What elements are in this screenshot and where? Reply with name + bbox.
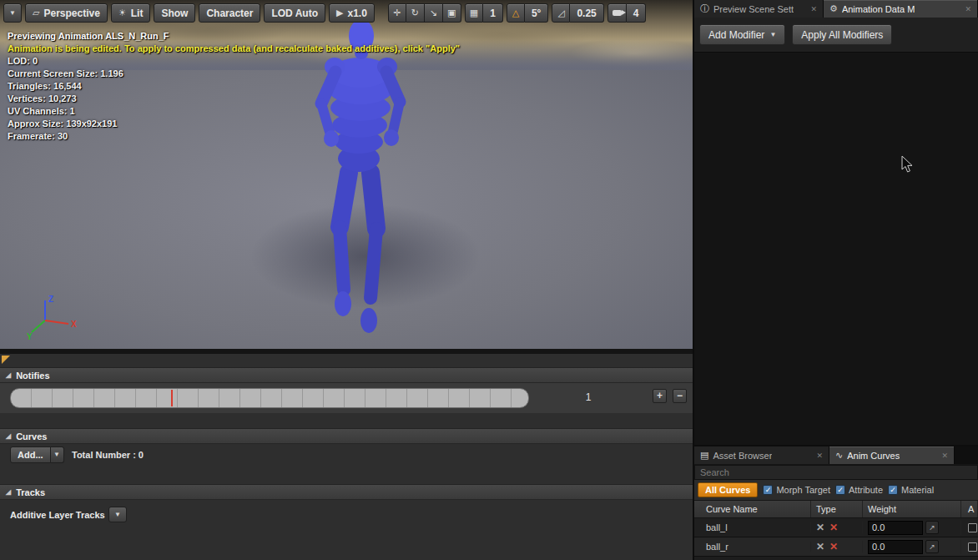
rotation-snap-value: 5° xyxy=(532,8,541,19)
grid-snap-toggle[interactable]: ▦ xyxy=(465,3,483,23)
timeline-playhead[interactable] xyxy=(171,390,173,406)
checkbox-checked-icon[interactable]: ✓ xyxy=(888,485,898,495)
notify-track-number: 1 xyxy=(576,391,601,403)
rotation-snap-value-button[interactable]: 5° xyxy=(525,3,548,23)
show-button[interactable]: Show xyxy=(154,3,195,23)
right-top-tabbar: ⓘ Preview Scene Sett ✕ ⚙ Animation Data … xyxy=(694,0,978,18)
curve-weight-cell: ↗ xyxy=(863,521,961,535)
lit-icon: ☀ xyxy=(118,8,127,18)
tab-label: Anim Curves xyxy=(847,451,900,461)
scale-tool-button[interactable]: ↘ xyxy=(425,3,443,23)
notifies-title: Notifies xyxy=(16,371,49,381)
header-curve-name[interactable]: Curve Name xyxy=(694,501,811,517)
tab-asset-browser[interactable]: ▤ Asset Browser ✕ xyxy=(694,446,829,464)
scale-snap-group: ◿ 0.25 xyxy=(552,3,603,23)
asset-browser-icon: ▤ xyxy=(700,450,708,461)
camera-speed-value-button[interactable]: 4 xyxy=(627,3,647,23)
stat-triangles: Triangles: 16,544 xyxy=(8,80,460,93)
material-cross-icon: ✕ xyxy=(829,522,838,533)
checkbox-checked-icon[interactable]: ✓ xyxy=(835,485,845,495)
tab-anim-curves[interactable]: ∿ Anim Curves ✕ xyxy=(829,446,955,464)
curves-search-row xyxy=(694,464,978,480)
character-label: Character xyxy=(206,8,253,19)
rotate-tool-button[interactable]: ↻ xyxy=(406,3,425,23)
curves-section-header[interactable]: ◢ Curves xyxy=(0,428,693,444)
curves-filter-row: All Curves ✓ Morph Target ✓ Attribute ✓ … xyxy=(694,480,978,501)
header-weight[interactable]: Weight xyxy=(863,501,961,517)
close-icon[interactable]: ✕ xyxy=(805,5,817,13)
axis-gizmo: Z Y X xyxy=(20,292,80,341)
add-curve-dropdown-button[interactable]: ▼ xyxy=(51,446,64,463)
mouse-cursor xyxy=(901,155,914,174)
lod-auto-button[interactable]: LOD Auto xyxy=(264,3,325,23)
playback-speed-button[interactable]: ▶ x1.0 xyxy=(329,3,375,23)
checkbox-checked-icon[interactable]: ✓ xyxy=(763,485,773,495)
expander-icon: ◢ xyxy=(6,432,11,440)
camera-speed-button[interactable] xyxy=(607,3,627,23)
scale-snap-toggle[interactable]: ◿ xyxy=(552,3,570,23)
notifies-section-header[interactable]: ◢ Notifies xyxy=(0,367,693,383)
translate-tool-button[interactable]: ✛ xyxy=(388,3,406,23)
curve-row-ball-l[interactable]: ball_l ✕ ✕ ↗ xyxy=(694,518,978,537)
curve-auto-cell xyxy=(961,542,978,552)
modifiers-toolbar: Add Modifier ▼ Apply All Modifiers xyxy=(694,18,978,53)
add-curve-button[interactable]: Add... xyxy=(10,446,51,463)
viewport-toolbar: ▼ ▱ Perspective ☀ Lit Show Character LOD… xyxy=(0,0,693,26)
viewport-options-button[interactable]: ▼ xyxy=(3,3,22,23)
morph-target-filter[interactable]: ✓ Morph Target xyxy=(763,485,830,495)
header-type[interactable]: Type xyxy=(811,501,863,517)
edit-curve-button[interactable]: ↗ xyxy=(925,521,939,534)
weight-input[interactable] xyxy=(868,521,923,535)
modifiers-icon: ⚙ xyxy=(829,3,838,14)
curve-row-ball-r[interactable]: ball_r ✕ ✕ ↗ xyxy=(694,537,978,557)
close-icon[interactable]: ✕ xyxy=(936,452,948,460)
auto-checkbox[interactable] xyxy=(968,542,977,552)
notify-track-timeline[interactable] xyxy=(10,388,529,408)
camera-speed-group: 4 xyxy=(607,3,647,23)
edit-curve-button[interactable]: ↗ xyxy=(925,540,939,553)
tracks-title: Tracks xyxy=(16,487,45,497)
morph-target-label: Morph Target xyxy=(776,485,830,495)
tracks-section-header[interactable]: ◢ Tracks xyxy=(0,484,693,500)
additive-layer-tracks-dropdown[interactable]: ▼ xyxy=(108,507,127,522)
coordinate-system-button[interactable]: ▣ xyxy=(443,3,461,23)
scale-snap-value-button[interactable]: 0.25 xyxy=(570,3,603,23)
all-curves-filter-button[interactable]: All Curves xyxy=(698,482,758,497)
add-curve-split-button: Add... ▼ xyxy=(10,446,64,463)
add-notify-track-button[interactable]: + xyxy=(653,389,667,403)
anim-curve-icon: ∿ xyxy=(835,450,843,461)
scale-icon: ↘ xyxy=(430,8,437,18)
apply-all-modifiers-button[interactable]: Apply All Modifiers xyxy=(792,24,892,45)
stat-approx-size: Approx Size: 139x92x191 xyxy=(8,118,460,130)
perspective-button[interactable]: ▱ Perspective xyxy=(25,3,108,23)
auto-checkbox[interactable] xyxy=(968,523,977,532)
rotation-snap-toggle[interactable]: △ xyxy=(507,3,525,23)
remove-notify-track-button[interactable]: − xyxy=(673,389,687,403)
add-modifier-button[interactable]: Add Modifier ▼ xyxy=(699,24,785,45)
curves-search-input[interactable] xyxy=(694,465,978,480)
morph-cross-icon: ✕ xyxy=(816,522,824,533)
close-icon[interactable]: ✕ xyxy=(960,5,971,13)
right-bottom-tabbar: ▤ Asset Browser ✕ ∿ Anim Curves ✕ xyxy=(694,446,978,464)
expander-icon: ◢ xyxy=(6,371,11,379)
scale-snap-icon: ◿ xyxy=(557,8,564,18)
camera-icon xyxy=(613,10,622,16)
chevron-down-icon: ▼ xyxy=(769,32,776,38)
tab-animation-data-modifiers[interactable]: ⚙ Animation Data M ✕ xyxy=(824,0,978,18)
lit-mode-button[interactable]: ☀ Lit xyxy=(111,3,151,23)
camera-speed-value: 4 xyxy=(633,8,639,19)
character-button[interactable]: Character xyxy=(199,3,260,23)
tab-label: Animation Data M xyxy=(842,4,915,14)
tab-preview-scene-settings[interactable]: ⓘ Preview Scene Sett ✕ xyxy=(694,0,824,18)
additive-layer-tracks-label: Additive Layer Tracks xyxy=(10,510,105,520)
expander-icon: ◢ xyxy=(6,488,11,496)
material-filter[interactable]: ✓ Material xyxy=(888,485,934,495)
header-auto[interactable]: A xyxy=(961,501,978,517)
weight-input[interactable] xyxy=(868,540,923,554)
add-curve-label: Add... xyxy=(18,450,43,460)
external-link-icon: ↗ xyxy=(929,523,935,532)
attribute-filter[interactable]: ✓ Attribute xyxy=(835,485,883,495)
grid-snap-value-button[interactable]: 1 xyxy=(483,3,503,23)
close-icon[interactable]: ✕ xyxy=(811,452,823,460)
preview-viewport[interactable]: ▼ ▱ Perspective ☀ Lit Show Character LOD… xyxy=(0,0,693,354)
